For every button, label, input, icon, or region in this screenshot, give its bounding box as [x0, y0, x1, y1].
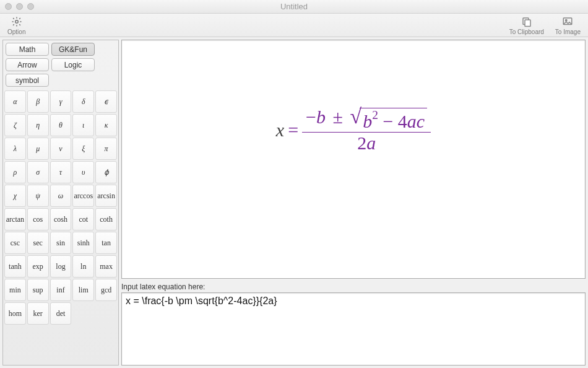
symbol-sym11[interactable]: μ	[27, 138, 49, 160]
eq-denominator: 2a	[353, 133, 379, 154]
symbol-hom[interactable]: hom	[4, 302, 26, 325]
category-tab-gk-fun[interactable]: GK&Fun	[51, 43, 95, 56]
symbol-sym21[interactable]: ψ	[27, 185, 49, 207]
symbol-sym1[interactable]: β	[27, 90, 49, 113]
input-label: Input latex equation here:	[121, 281, 586, 292]
to-clipboard-label: To Clipboard	[509, 28, 544, 35]
category-tab-arrow[interactable]: Arrow	[6, 58, 49, 71]
to-clipboard-button[interactable]: To Clipboard	[509, 15, 544, 35]
symbol-sym7[interactable]: θ	[50, 114, 72, 136]
option-button[interactable]: Option	[7, 15, 25, 35]
eq-radicand: b2 − 4ac	[361, 108, 427, 132]
symbol-cot[interactable]: cot	[72, 208, 94, 230]
symbol-sym9[interactable]: κ	[95, 114, 117, 136]
symbol-arccos[interactable]: arccos	[72, 185, 94, 207]
category-tab-symbol[interactable]: symbol	[6, 74, 49, 87]
symbol-sym0[interactable]: α	[4, 90, 26, 113]
symbol-log[interactable]: log	[50, 255, 72, 278]
svg-point-0	[15, 20, 18, 23]
symbol-sym12[interactable]: ν	[50, 138, 72, 160]
svg-point-4	[566, 19, 567, 20]
symbol-sym6[interactable]: η	[27, 114, 49, 136]
symbol-sym13[interactable]: ξ	[72, 138, 94, 160]
symbol-sec[interactable]: sec	[27, 232, 49, 254]
symbol-sym15[interactable]: ρ	[4, 161, 26, 183]
category-tabs: MathGK&FunArrowLogicsymbol	[3, 40, 118, 89]
symbol-det[interactable]: det	[50, 302, 72, 325]
symbol-sup[interactable]: sup	[27, 279, 49, 301]
symbol-sym8[interactable]: ι	[72, 114, 94, 136]
symbol-cos[interactable]: cos	[27, 208, 49, 230]
symbol-csc[interactable]: csc	[4, 232, 26, 254]
symbol-tanh[interactable]: tanh	[4, 255, 26, 278]
symbol-sym10[interactable]: λ	[4, 138, 26, 160]
window-title: Untitled	[0, 2, 588, 11]
eq-sqrt: √ b2 − 4ac	[350, 108, 427, 132]
symbol-tan[interactable]: tan	[95, 232, 117, 254]
editor-panel: x = −b ± √ b2	[121, 40, 586, 366]
image-icon	[561, 15, 574, 28]
clipboard-icon	[521, 15, 533, 28]
symbol-arctan[interactable]: arctan	[4, 208, 26, 230]
eq-fraction: −b ± √ b2 − 4ac	[302, 107, 431, 154]
symbol-panel: MathGK&FunArrowLogicsymbol αβγδϵζηθικλμν…	[2, 40, 119, 366]
symbol-lim[interactable]: lim	[72, 279, 94, 301]
eq-numerator: −b ± √ b2 − 4ac	[302, 107, 431, 132]
close-icon[interactable]	[5, 3, 12, 10]
zoom-icon[interactable]	[27, 3, 34, 10]
option-label: Option	[7, 28, 25, 35]
svg-rect-2	[525, 20, 530, 27]
symbol-sym2[interactable]: γ	[50, 90, 72, 113]
symbol-sym22[interactable]: ω	[50, 185, 72, 207]
symbol-inf[interactable]: inf	[50, 279, 72, 301]
symbol-sym18[interactable]: υ	[72, 161, 94, 183]
equation-preview: x = −b ± √ b2	[121, 40, 586, 279]
symbol-ln[interactable]: ln	[72, 255, 94, 278]
toolbar: Option To Clipboard To Image	[0, 14, 588, 37]
eq-lhs: x	[276, 120, 284, 141]
main-area: MathGK&FunArrowLogicsymbol αβγδϵζηθικλμν…	[0, 37, 588, 368]
eq-equals: =	[288, 120, 298, 141]
symbol-sym14[interactable]: π	[95, 138, 117, 160]
minimize-icon[interactable]	[16, 3, 23, 10]
rendered-equation: x = −b ± √ b2	[276, 107, 431, 154]
symbol-ker[interactable]: ker	[27, 302, 49, 325]
symbol-sym16[interactable]: σ	[27, 161, 49, 183]
symbol-sym3[interactable]: δ	[72, 90, 94, 113]
to-image-button[interactable]: To Image	[555, 15, 581, 35]
gear-icon	[11, 15, 23, 28]
latex-input[interactable]	[121, 292, 586, 366]
symbol-gcd[interactable]: gcd	[95, 279, 117, 301]
symbol-grid: αβγδϵζηθικλμνξπρστυϕχψωarccosarcsinarcta…	[3, 89, 118, 326]
category-tab-math[interactable]: Math	[6, 43, 49, 56]
titlebar: Untitled	[0, 0, 588, 14]
symbol-sin[interactable]: sin	[50, 232, 72, 254]
symbol-sym4[interactable]: ϵ	[95, 90, 117, 113]
radical-icon: √	[350, 108, 361, 125]
symbol-arcsin[interactable]: arcsin	[95, 185, 117, 207]
window-controls	[5, 3, 34, 10]
symbol-cosh[interactable]: cosh	[50, 208, 72, 230]
to-image-label: To Image	[555, 28, 581, 35]
symbol-min[interactable]: min	[4, 279, 26, 301]
symbol-sym20[interactable]: χ	[4, 185, 26, 207]
symbol-max[interactable]: max	[95, 255, 117, 278]
symbol-sinh[interactable]: sinh	[72, 232, 94, 254]
symbol-exp[interactable]: exp	[27, 255, 49, 278]
category-tab-logic[interactable]: Logic	[51, 58, 95, 71]
symbol-sym17[interactable]: τ	[50, 161, 72, 183]
symbol-sym5[interactable]: ζ	[4, 114, 26, 136]
symbol-coth[interactable]: coth	[95, 208, 117, 230]
symbol-sym19[interactable]: ϕ	[95, 161, 117, 183]
